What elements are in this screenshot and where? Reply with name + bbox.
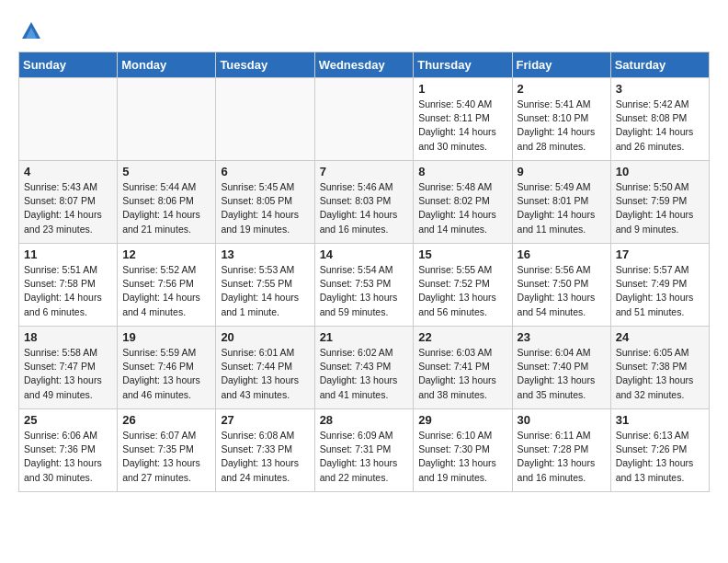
calendar-cell: 20Sunrise: 6:01 AM Sunset: 7:44 PM Dayli… <box>216 327 314 409</box>
calendar-cell: 4Sunrise: 5:43 AM Sunset: 8:07 PM Daylig… <box>19 161 118 244</box>
day-number: 8 <box>418 165 506 178</box>
day-info: Sunrise: 5:53 AM Sunset: 7:55 PM Dayligh… <box>221 263 309 319</box>
day-info: Sunrise: 5:43 AM Sunset: 8:07 PM Dayligh… <box>24 180 112 236</box>
calendar-cell: 13Sunrise: 5:53 AM Sunset: 7:55 PM Dayli… <box>216 244 314 327</box>
day-number: 1 <box>418 82 506 96</box>
logo <box>18 18 48 44</box>
day-info: Sunrise: 5:56 AM Sunset: 7:50 PM Dayligh… <box>518 263 606 319</box>
calendar-cell: 29Sunrise: 6:10 AM Sunset: 7:30 PM Dayli… <box>414 409 512 492</box>
day-number: 31 <box>616 413 704 427</box>
calendar-cell: 11Sunrise: 5:51 AM Sunset: 7:58 PM Dayli… <box>19 244 118 327</box>
day-number: 25 <box>24 413 112 427</box>
day-number: 3 <box>616 82 704 96</box>
day-number: 20 <box>221 330 309 344</box>
day-info: Sunrise: 5:49 AM Sunset: 8:01 PM Dayligh… <box>518 180 606 236</box>
day-info: Sunrise: 5:59 AM Sunset: 7:46 PM Dayligh… <box>122 346 210 402</box>
calendar-cell: 26Sunrise: 6:07 AM Sunset: 7:35 PM Dayli… <box>118 409 216 492</box>
day-info: Sunrise: 5:41 AM Sunset: 8:10 PM Dayligh… <box>518 98 606 154</box>
logo-icon <box>18 18 44 44</box>
day-number: 29 <box>418 413 506 427</box>
calendar-cell: 31Sunrise: 6:13 AM Sunset: 7:26 PM Dayli… <box>610 409 709 492</box>
calendar-cell: 21Sunrise: 6:02 AM Sunset: 7:43 PM Dayli… <box>314 327 414 409</box>
calendar-cell <box>314 78 414 161</box>
calendar-cell: 30Sunrise: 6:11 AM Sunset: 7:28 PM Dayli… <box>512 409 610 492</box>
calendar-cell: 2Sunrise: 5:41 AM Sunset: 8:10 PM Daylig… <box>512 78 610 161</box>
day-info: Sunrise: 5:57 AM Sunset: 7:49 PM Dayligh… <box>616 263 704 319</box>
calendar-cell: 15Sunrise: 5:55 AM Sunset: 7:52 PM Dayli… <box>414 244 512 327</box>
calendar-cell: 25Sunrise: 6:06 AM Sunset: 7:36 PM Dayli… <box>19 409 118 492</box>
day-info: Sunrise: 5:50 AM Sunset: 7:59 PM Dayligh… <box>616 180 704 236</box>
weekday-header-saturday: Saturday <box>610 52 709 78</box>
day-info: Sunrise: 6:07 AM Sunset: 7:35 PM Dayligh… <box>122 429 210 485</box>
calendar-cell: 28Sunrise: 6:09 AM Sunset: 7:31 PM Dayli… <box>314 409 414 492</box>
calendar-cell: 24Sunrise: 6:05 AM Sunset: 7:38 PM Dayli… <box>610 327 709 409</box>
weekday-header-monday: Monday <box>118 52 216 78</box>
day-number: 13 <box>221 247 309 261</box>
day-info: Sunrise: 5:51 AM Sunset: 7:58 PM Dayligh… <box>24 263 112 319</box>
day-number: 30 <box>518 413 606 427</box>
calendar-cell: 23Sunrise: 6:04 AM Sunset: 7:40 PM Dayli… <box>512 327 610 409</box>
day-number: 10 <box>616 165 704 178</box>
day-info: Sunrise: 6:13 AM Sunset: 7:26 PM Dayligh… <box>616 429 704 485</box>
day-info: Sunrise: 6:01 AM Sunset: 7:44 PM Dayligh… <box>221 346 309 402</box>
calendar-week-5: 25Sunrise: 6:06 AM Sunset: 7:36 PM Dayli… <box>19 409 710 492</box>
weekday-header-friday: Friday <box>512 52 610 78</box>
calendar-cell: 6Sunrise: 5:45 AM Sunset: 8:05 PM Daylig… <box>216 161 314 244</box>
calendar-cell: 16Sunrise: 5:56 AM Sunset: 7:50 PM Dayli… <box>512 244 610 327</box>
calendar-cell: 17Sunrise: 5:57 AM Sunset: 7:49 PM Dayli… <box>610 244 709 327</box>
calendar-week-4: 18Sunrise: 5:58 AM Sunset: 7:47 PM Dayli… <box>19 327 710 409</box>
calendar-cell <box>19 78 118 161</box>
weekday-header-wednesday: Wednesday <box>314 52 414 78</box>
day-number: 11 <box>24 247 112 261</box>
calendar-cell: 5Sunrise: 5:44 AM Sunset: 8:06 PM Daylig… <box>118 161 216 244</box>
calendar-cell: 9Sunrise: 5:49 AM Sunset: 8:01 PM Daylig… <box>512 161 610 244</box>
day-number: 24 <box>616 330 704 344</box>
day-number: 6 <box>221 165 309 178</box>
day-number: 23 <box>518 330 606 344</box>
day-number: 27 <box>221 413 309 427</box>
calendar-cell <box>216 78 314 161</box>
day-number: 18 <box>24 330 112 344</box>
calendar-cell: 14Sunrise: 5:54 AM Sunset: 7:53 PM Dayli… <box>314 244 414 327</box>
calendar-cell: 18Sunrise: 5:58 AM Sunset: 7:47 PM Dayli… <box>19 327 118 409</box>
day-info: Sunrise: 6:02 AM Sunset: 7:43 PM Dayligh… <box>320 346 409 402</box>
calendar-cell: 27Sunrise: 6:08 AM Sunset: 7:33 PM Dayli… <box>216 409 314 492</box>
weekday-header-row: SundayMondayTuesdayWednesdayThursdayFrid… <box>19 52 710 78</box>
day-info: Sunrise: 6:08 AM Sunset: 7:33 PM Dayligh… <box>221 429 309 485</box>
day-number: 22 <box>418 330 506 344</box>
day-number: 28 <box>320 413 409 427</box>
calendar-cell: 8Sunrise: 5:48 AM Sunset: 8:02 PM Daylig… <box>414 161 512 244</box>
day-number: 15 <box>418 247 506 261</box>
day-info: Sunrise: 5:45 AM Sunset: 8:05 PM Dayligh… <box>221 180 309 236</box>
day-number: 19 <box>122 330 210 344</box>
calendar-cell: 12Sunrise: 5:52 AM Sunset: 7:56 PM Dayli… <box>118 244 216 327</box>
day-info: Sunrise: 6:10 AM Sunset: 7:30 PM Dayligh… <box>418 429 506 485</box>
day-info: Sunrise: 5:55 AM Sunset: 7:52 PM Dayligh… <box>418 263 506 319</box>
calendar-cell: 1Sunrise: 5:40 AM Sunset: 8:11 PM Daylig… <box>414 78 512 161</box>
calendar-cell: 19Sunrise: 5:59 AM Sunset: 7:46 PM Dayli… <box>118 327 216 409</box>
day-info: Sunrise: 6:05 AM Sunset: 7:38 PM Dayligh… <box>616 346 704 402</box>
day-info: Sunrise: 6:11 AM Sunset: 7:28 PM Dayligh… <box>518 429 606 485</box>
day-number: 17 <box>616 247 704 261</box>
calendar-week-1: 1Sunrise: 5:40 AM Sunset: 8:11 PM Daylig… <box>19 78 710 161</box>
day-number: 16 <box>518 247 606 261</box>
day-info: Sunrise: 5:40 AM Sunset: 8:11 PM Dayligh… <box>418 98 506 154</box>
calendar-week-3: 11Sunrise: 5:51 AM Sunset: 7:58 PM Dayli… <box>19 244 710 327</box>
weekday-header-thursday: Thursday <box>414 52 512 78</box>
calendar-cell: 10Sunrise: 5:50 AM Sunset: 7:59 PM Dayli… <box>610 161 709 244</box>
day-info: Sunrise: 5:54 AM Sunset: 7:53 PM Dayligh… <box>320 263 409 319</box>
day-number: 14 <box>320 247 409 261</box>
day-info: Sunrise: 6:03 AM Sunset: 7:41 PM Dayligh… <box>418 346 506 402</box>
day-info: Sunrise: 6:04 AM Sunset: 7:40 PM Dayligh… <box>518 346 606 402</box>
day-number: 12 <box>122 247 210 261</box>
calendar-cell <box>118 78 216 161</box>
weekday-header-sunday: Sunday <box>19 52 118 78</box>
day-info: Sunrise: 6:09 AM Sunset: 7:31 PM Dayligh… <box>320 429 409 485</box>
day-info: Sunrise: 5:42 AM Sunset: 8:08 PM Dayligh… <box>616 98 704 154</box>
page: SundayMondayTuesdayWednesdayThursdayFrid… <box>0 0 728 501</box>
day-number: 21 <box>320 330 409 344</box>
day-number: 26 <box>122 413 210 427</box>
calendar-cell: 3Sunrise: 5:42 AM Sunset: 8:08 PM Daylig… <box>610 78 709 161</box>
day-info: Sunrise: 5:48 AM Sunset: 8:02 PM Dayligh… <box>418 180 506 236</box>
day-info: Sunrise: 6:06 AM Sunset: 7:36 PM Dayligh… <box>24 429 112 485</box>
